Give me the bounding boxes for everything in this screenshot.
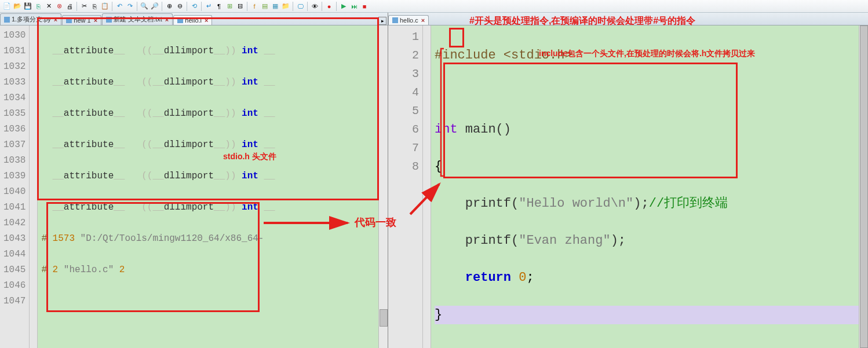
tab-close-icon[interactable]: ×	[94, 17, 97, 24]
tab-close-icon[interactable]: ×	[421, 17, 425, 24]
zoomin-icon[interactable]: ⊕	[165, 2, 174, 11]
right-code[interactable]: #include <stdio.h> int main() { printf("…	[431, 25, 868, 348]
fold-column[interactable]	[30, 25, 38, 348]
copy-icon[interactable]: ⎘	[90, 2, 99, 11]
tab-overflow-icon[interactable]: ▸	[378, 17, 386, 25]
indent-guide-icon[interactable]: ⊞	[225, 2, 234, 11]
folder-icon[interactable]: 📁	[281, 2, 290, 11]
redo-icon[interactable]: ↷	[125, 2, 134, 11]
tab-label: 1.多项分支.py	[12, 15, 51, 24]
tab-hello-c[interactable]: hello.c×	[388, 15, 429, 25]
tab-txt[interactable]: 新建 文本文档.txt×	[102, 13, 173, 25]
right-gutter: 12345678	[388, 25, 423, 348]
right-editor[interactable]: 12345678 #include <stdio.h> int main() {…	[388, 25, 868, 348]
doc-list-icon[interactable]: ▦	[271, 2, 280, 11]
cut-icon[interactable]: ✂	[79, 2, 89, 11]
wrap-icon[interactable]: ↵	[204, 2, 213, 11]
annot-text-include: include包含一个头文件,在预处理的时候会将.h文件拷贝过来	[539, 49, 755, 59]
tab-label: 新建 文本文档.txt	[114, 15, 162, 24]
play-icon[interactable]: ▶	[339, 2, 348, 11]
left-code[interactable]: __attribute__ ((__dllimport__)) int __ _…	[38, 25, 388, 348]
print-icon[interactable]: 🖨	[65, 2, 74, 11]
fold-icon[interactable]: ⊟	[235, 2, 245, 11]
tab-python[interactable]: 1.多项分支.py×	[0, 13, 61, 25]
open-icon[interactable]: 📂	[13, 2, 22, 11]
doc-map-icon[interactable]: ▤	[260, 2, 269, 11]
right-pane: hello.c× 12345678 #include <stdio.h> int…	[388, 13, 868, 348]
tab-close-icon[interactable]: ×	[205, 17, 208, 24]
tab-label: hello.c	[400, 17, 418, 24]
saveall-icon[interactable]: ⎘	[34, 2, 43, 11]
closeall-icon[interactable]: ⊗	[54, 2, 64, 11]
left-scrollbar[interactable]	[378, 25, 388, 348]
tab-new1[interactable]: new 1×	[62, 15, 101, 25]
annot-text-stdio: stdio.h 头文件	[223, 152, 276, 162]
tab-hello-i[interactable]: hello.i×	[173, 15, 212, 25]
left-editor[interactable]: 1030103110321033103410351036103710381039…	[0, 25, 388, 348]
fold-column[interactable]	[423, 25, 431, 348]
annot-text-top: #开头是预处理指令,在预编译的时候会处理带#号的指令	[469, 15, 695, 27]
main-toolbar: 📄 📂 💾 ⎘ ✕ ⊗ 🖨 ✂ ⎘ 📋 ↶ ↷ 🔍 🔎 ⊕ ⊖ ⟲ ↵ ¶ ⊞ …	[0, 0, 868, 13]
tab-label: new 1	[74, 17, 90, 24]
tab-close-icon[interactable]: ×	[165, 16, 169, 23]
stop-icon[interactable]: ■	[360, 2, 369, 11]
save-icon[interactable]: 💾	[23, 2, 32, 11]
left-tabbar: 1.多项分支.py× new 1× 新建 文本文档.txt× hello.i× …	[0, 13, 388, 25]
left-pane: 1.多项分支.py× new 1× 新建 文本文档.txt× hello.i× …	[0, 13, 388, 348]
replace-icon[interactable]: 🔎	[150, 2, 159, 11]
hidden-icon[interactable]: ¶	[214, 2, 224, 11]
sync-icon[interactable]: ⟲	[189, 2, 199, 11]
ff-icon[interactable]: ⏭	[349, 2, 359, 11]
annot-text-same: 代码一致	[355, 215, 396, 229]
left-gutter: 1030103110321033103410351036103710381039…	[0, 25, 30, 348]
eye-icon[interactable]: 👁	[310, 2, 319, 11]
func-list-icon[interactable]: f	[250, 2, 259, 11]
right-scrollbar[interactable]	[859, 25, 868, 348]
tab-close-icon[interactable]: ×	[54, 16, 57, 23]
zoomout-icon[interactable]: ⊖	[175, 2, 184, 11]
new-icon[interactable]: 📄	[2, 2, 12, 11]
paste-icon[interactable]: 📋	[100, 2, 110, 11]
close-icon[interactable]: ✕	[44, 2, 53, 11]
find-icon[interactable]: 🔍	[140, 2, 149, 11]
monitor-icon[interactable]: 🖵	[296, 2, 305, 11]
tab-label: hello.i	[185, 17, 202, 24]
undo-icon[interactable]: ↶	[115, 2, 124, 11]
record-icon[interactable]: ●	[324, 2, 334, 11]
